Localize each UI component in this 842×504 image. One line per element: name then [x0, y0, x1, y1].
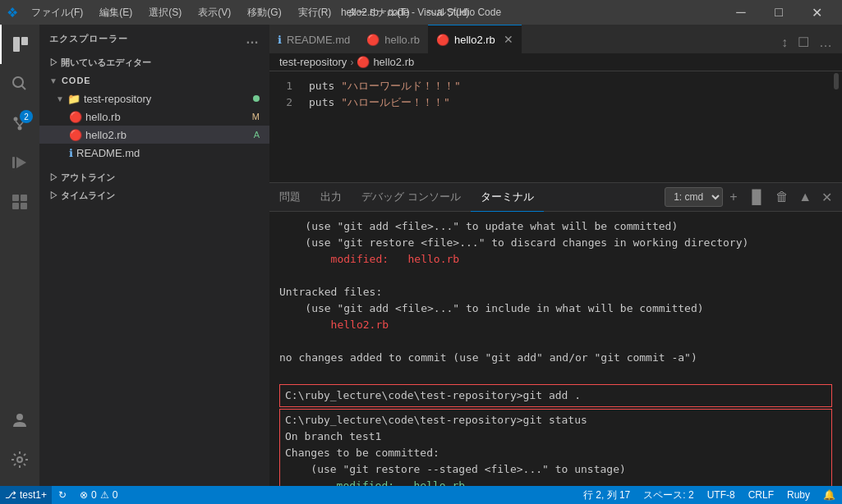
tab-close-hello2-rb[interactable]: ✕ [504, 33, 513, 46]
svg-rect-12 [21, 195, 27, 201]
window-controls: ─ □ ✕ [722, 0, 835, 25]
menu-select[interactable]: 選択(S) [142, 4, 188, 21]
activity-explorer[interactable] [0, 25, 39, 64]
term-line-1: (use "git add <file>..." to update what … [279, 218, 832, 235]
file-icon-hello-rb: 🔴 [69, 111, 82, 123]
tab-action-more[interactable]: … [816, 32, 835, 53]
activity-search[interactable] [0, 64, 39, 103]
terminal-content[interactable]: (use "git add <file>..." to update what … [269, 212, 842, 486]
svg-point-4 [14, 117, 18, 121]
menu-view[interactable]: 表示(V) [191, 4, 237, 21]
term-line-9: no changes added to commit (use "git add… [279, 350, 832, 366]
term-tab-output[interactable]: 出力 [311, 183, 352, 212]
status-feedback[interactable]: 🔔 [817, 489, 842, 501]
terminal-add-button[interactable]: + [726, 186, 740, 208]
tab-action-split[interactable]: ↕ [778, 32, 791, 53]
svg-point-16 [17, 457, 22, 462]
term-line-2: (use "git restore <file>..." to discard … [279, 235, 832, 251]
status-bar: ⎇ test1+ ↻ ⊗ 0 ⚠ 0 行 2, 列 17 スペース: 2 UTF… [0, 486, 842, 504]
breadcrumb-repo[interactable]: test-repository [279, 56, 347, 68]
menu-file[interactable]: ファイル(F) [25, 4, 90, 21]
status-position[interactable]: 行 2, 列 17 [577, 488, 637, 502]
status-language[interactable]: Ruby [780, 489, 817, 501]
tab-label-readme: README.md [287, 34, 350, 46]
status-encoding[interactable]: UTF-8 [701, 489, 742, 501]
term-tab-debug[interactable]: デバッグ コンソール [352, 183, 471, 212]
svg-marker-9 [16, 157, 26, 168]
sidebar-folder-test-repository[interactable]: ▼ 📁 test-repository [39, 89, 269, 108]
sidebar-title: エクスプローラー [49, 33, 128, 45]
minimize-button[interactable]: ─ [722, 0, 760, 25]
error-count: 0 [91, 489, 97, 501]
sidebar-more-button[interactable]: … [246, 32, 260, 47]
svg-rect-1 [21, 37, 28, 45]
tab-hello-rb[interactable]: 🔴 hello.rb [358, 25, 428, 53]
line-numbers: 1 2 [269, 71, 302, 182]
breadcrumb-sep1: › [350, 57, 353, 68]
sync-icon: ↻ [58, 489, 67, 501]
minimap [781, 71, 830, 182]
file-name-hello2-rb: hello2.rb [85, 129, 127, 141]
terminal-split-button[interactable]: ▐▌ [743, 186, 769, 208]
terminal-dropdown[interactable]: 1: cmd [665, 187, 723, 207]
svg-rect-13 [12, 203, 19, 209]
terminal-trash-button[interactable]: 🗑 [772, 186, 792, 208]
svg-point-2 [13, 77, 23, 87]
folder-dot [253, 95, 260, 102]
tab-action-layout[interactable]: ☐ [794, 31, 812, 53]
activity-extensions[interactable] [0, 182, 39, 222]
editor-area: ℹ README.md 🔴 hello.rb 🔴 hello2.rb ✕ ↕ ☐… [269, 25, 842, 486]
editor-scrollbar[interactable] [830, 71, 842, 182]
activity-settings[interactable] [0, 440, 39, 479]
terminal-box-2: C:\ruby_lecture\code\test-repository>git… [279, 409, 832, 486]
maximize-button[interactable]: □ [760, 0, 798, 25]
code-content[interactable]: puts "ハローワールド！！！" puts "ハロールビー！！！" [302, 71, 781, 182]
svg-rect-14 [21, 203, 27, 209]
status-right: 行 2, 列 17 スペース: 2 UTF-8 CRLF Ruby 🔔 [577, 488, 842, 502]
terminal-collapse-button[interactable]: ▲ [795, 186, 815, 208]
tab-readme[interactable]: ℹ README.md [269, 25, 358, 53]
term-tab-problems[interactable]: 問題 [269, 183, 311, 212]
term-box1-line: C:\ruby_lecture\code\test-repository>git… [285, 387, 826, 404]
timeline-section[interactable]: ▷ タイムライン [39, 186, 269, 204]
tab-label-hello-rb: hello.rb [384, 34, 420, 46]
branch-name: test1+ [20, 489, 47, 501]
open-editors-section[interactable]: ▷ 開いているエディター [39, 53, 269, 71]
menu-go[interactable]: 移動(G) [241, 4, 288, 21]
status-branch[interactable]: ⎇ test1+ [0, 486, 52, 504]
term-box2-line-5: modified: hello.rb [285, 478, 826, 486]
term-tab-terminal[interactable]: ターミナル [471, 183, 544, 212]
term-line-8 [279, 333, 832, 350]
tab-icon-hello2-rb: 🔴 [436, 34, 449, 46]
line-ending-text: CRLF [748, 489, 774, 501]
code-line-2: puts "ハロールビー！！！" [302, 94, 781, 111]
code-editor[interactable]: 1 2 puts "ハローワールド！！！" puts "ハロールビー！！！" [269, 71, 842, 182]
activity-source-control[interactable]: 2 [0, 103, 39, 143]
sidebar-file-readme[interactable]: ℹ README.md [39, 144, 269, 162]
titlebar: ❖ ファイル(F) 編集(E) 選択(S) 表示(V) 移動(G) 実行(R) … [0, 0, 842, 25]
status-spaces[interactable]: スペース: 2 [637, 488, 700, 502]
close-button[interactable]: ✕ [798, 0, 835, 25]
sidebar-file-hello-rb[interactable]: 🔴 hello.rb M [39, 108, 269, 126]
term-box2-line-4: (use "git restore --staged <file>..." to… [285, 461, 826, 478]
tab-actions: ↕ ☐ … [778, 31, 842, 53]
activity-account[interactable] [0, 401, 39, 440]
file-name-hello-rb: hello.rb [85, 111, 121, 123]
activity-debug[interactable] [0, 143, 39, 182]
status-errors[interactable]: ⊗ 0 ⚠ 0 [73, 486, 124, 504]
status-line-ending[interactable]: CRLF [742, 489, 780, 501]
outline-section[interactable]: ▷ アウトライン [39, 168, 269, 186]
tab-hello2-rb[interactable]: 🔴 hello2.rb ✕ [428, 25, 522, 53]
terminal-close-button[interactable]: ✕ [818, 186, 835, 208]
code-section[interactable]: ▼ CODE [39, 71, 269, 89]
terminal-area: 問題 出力 デバッグ コンソール ターミナル 1: cmd + ▐▌ 🗑 ▲ ✕ [269, 182, 842, 486]
svg-rect-0 [13, 37, 20, 52]
source-control-badge: 2 [20, 110, 33, 123]
menu-run[interactable]: 実行(R) [292, 4, 338, 21]
breadcrumb-file[interactable]: hello2.rb [373, 56, 414, 68]
sidebar-file-hello2-rb[interactable]: 🔴 hello2.rb A [39, 126, 269, 144]
terminal-tab-bar: 問題 出力 デバッグ コンソール ターミナル 1: cmd + ▐▌ 🗑 ▲ ✕ [269, 183, 842, 212]
status-sync[interactable]: ↻ [52, 486, 73, 504]
menu-edit[interactable]: 編集(E) [93, 4, 139, 21]
language-text: Ruby [787, 489, 810, 501]
